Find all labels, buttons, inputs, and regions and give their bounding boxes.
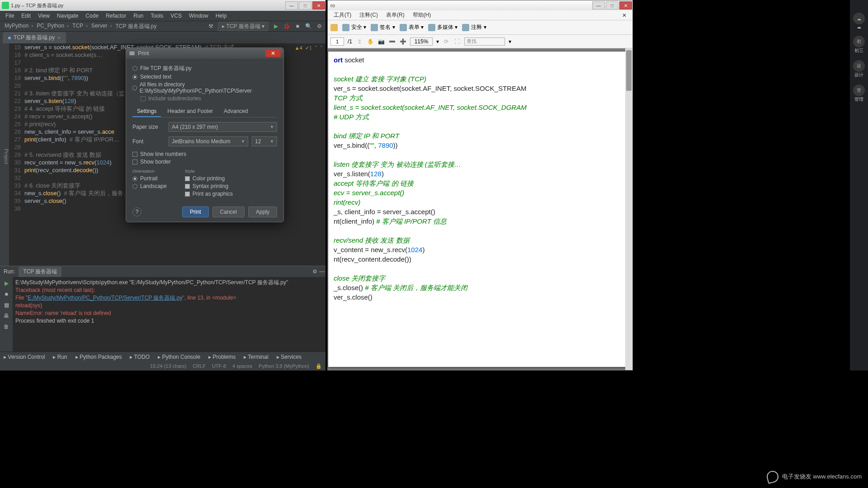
pdf-text-line[interactable]: ort socket bbox=[334, 55, 624, 65]
toolwindow-todo[interactable]: ▸ TODO bbox=[130, 354, 150, 360]
hide-icon[interactable]: — bbox=[318, 268, 326, 275]
breadcrumb-item[interactable]: PC_Python bbox=[35, 23, 71, 30]
console-output[interactable]: E:\MyStudy\MyPython\venv\Scripts\python.… bbox=[13, 277, 326, 352]
snapshot-icon[interactable]: 📷 bbox=[377, 38, 385, 45]
pdf-text-line[interactable] bbox=[334, 226, 624, 235]
cancel-button[interactable]: Cancel bbox=[212, 206, 245, 217]
zoom-in-icon[interactable]: ➕ bbox=[399, 38, 406, 45]
file-encoding[interactable]: UTF-8 bbox=[212, 363, 226, 369]
rerun-icon[interactable]: ▶ bbox=[3, 280, 10, 287]
pdf-text-line[interactable]: ver_s.close() bbox=[334, 292, 624, 302]
menu-run[interactable]: Run bbox=[130, 13, 147, 19]
search-input[interactable]: 查找 bbox=[464, 38, 505, 46]
pdf-text-line[interactable] bbox=[334, 65, 624, 74]
syntax-printing-checkbox[interactable]: Syntax printing bbox=[185, 183, 233, 189]
page-number-input[interactable] bbox=[330, 38, 344, 46]
layout-icon[interactable]: ▦ bbox=[3, 301, 10, 309]
maximize-button[interactable]: □ bbox=[299, 1, 311, 9]
pdf-safe-button[interactable]: 安全 ▾ bbox=[342, 23, 366, 31]
print-icon[interactable]: 🖶 bbox=[3, 312, 10, 319]
tab-settings[interactable]: Settings bbox=[132, 106, 161, 117]
pdf-page[interactable]: ort socket socket 建立 套接 字对象 (TCP)ver_s =… bbox=[328, 51, 630, 367]
pdf-text-line[interactable]: bind 绑定 IP 和 PORT bbox=[334, 131, 624, 141]
help-button[interactable]: ? bbox=[132, 207, 142, 216]
caret-position[interactable]: 15:24 (13 chars) bbox=[150, 363, 186, 369]
warning-indicator[interactable]: ▲4 bbox=[295, 44, 302, 52]
ok-indicator[interactable]: ✔1 bbox=[305, 44, 312, 52]
toolwindow-python-console[interactable]: ▸ Python Console bbox=[158, 354, 200, 360]
color-printing-checkbox[interactable]: Color printing bbox=[185, 175, 233, 182]
close-button[interactable]: ✕ bbox=[619, 1, 632, 9]
text-select-icon[interactable]: Ɪ bbox=[356, 38, 363, 45]
scope-selected-radio[interactable]: Selected text bbox=[132, 74, 277, 80]
apply-button[interactable]: Apply bbox=[248, 206, 277, 217]
pdf-text-line[interactable]: ver_s.bind(("", 7890)) bbox=[334, 141, 624, 150]
toolwindow-services[interactable]: ▸ Services bbox=[277, 354, 302, 360]
run-icon[interactable]: ▶ bbox=[272, 23, 279, 30]
pdf-media-button[interactable]: 多媒体 ▾ bbox=[428, 23, 458, 31]
breadcrumb-item[interactable]: TCP bbox=[71, 23, 90, 30]
debug-icon[interactable]: 🐞 bbox=[283, 23, 290, 30]
pdf-text-line[interactable]: close 关闭套接字 bbox=[334, 273, 624, 283]
toolwindow-problems[interactable]: ▸ Problems bbox=[208, 354, 236, 360]
run-config-selector[interactable]: ▸ TCP 服务器端 ▾ bbox=[218, 22, 269, 31]
toolwindow-python-packages[interactable]: ▸ Python Packages bbox=[75, 354, 122, 360]
hand-icon[interactable]: ✋ bbox=[367, 38, 374, 45]
zoom-select[interactable]: 115% bbox=[410, 38, 433, 46]
pdf-text-line[interactable]: TCP 方式 bbox=[334, 93, 624, 103]
menu-close-icon[interactable]: ✕ bbox=[618, 12, 631, 19]
pdf-text-line[interactable]: nt(recv_content.decode()) bbox=[334, 254, 624, 264]
menu-navigate[interactable]: Navigate bbox=[53, 13, 82, 19]
sidebar-chusan-icon[interactable]: 初 bbox=[853, 36, 865, 47]
close-tab-icon[interactable]: × bbox=[57, 35, 61, 41]
chevron-down-icon[interactable]: ˅ bbox=[320, 44, 323, 52]
menu-window[interactable]: Window bbox=[185, 13, 212, 19]
show-border-checkbox[interactable]: Show border bbox=[132, 159, 277, 165]
project-toolwindow-stripe[interactable]: Project bbox=[0, 43, 9, 266]
paper-size-select[interactable]: A4 (210 x 297 mm)▼ bbox=[169, 122, 277, 132]
stop-icon[interactable]: ■ bbox=[3, 291, 10, 298]
pdf-text-line[interactable]: v_content = new_s.recv(1024) bbox=[334, 245, 624, 254]
scope-file-radio[interactable]: File TCP 服务器端.py bbox=[132, 65, 277, 72]
toolwindow-run[interactable]: ▸ Run bbox=[53, 354, 67, 360]
minimize-button[interactable]: — bbox=[592, 1, 605, 9]
pdf-menu-item[interactable]: 工具(T) bbox=[330, 11, 355, 19]
scrollbar-thumb[interactable] bbox=[626, 50, 632, 91]
interpreter-info[interactable]: Python 3.8 (MyPython) bbox=[259, 363, 309, 369]
menu-vcs[interactable]: VCS bbox=[167, 13, 185, 19]
build-icon[interactable]: ⚒ bbox=[207, 23, 214, 30]
pdf-text-line[interactable]: listen 使套接字 变为 被动连接 (监听套接… bbox=[334, 160, 624, 169]
line-separator[interactable]: CRLF bbox=[193, 363, 206, 369]
breadcrumb-item[interactable]: Server bbox=[90, 23, 113, 30]
pdf-text-line[interactable] bbox=[334, 264, 624, 273]
sidebar-design-icon[interactable]: 设 bbox=[853, 60, 865, 72]
search-icon[interactable]: 🔍 bbox=[305, 23, 312, 30]
pdf-menu-item[interactable]: 表单(R) bbox=[382, 11, 409, 19]
maximize-button[interactable]: □ bbox=[606, 1, 618, 9]
orientation-portrait-radio[interactable]: Portrait bbox=[132, 175, 167, 182]
font-size-select[interactable]: 12▼ bbox=[252, 136, 277, 146]
pdf-note-button[interactable]: 注释 ▾ bbox=[462, 23, 486, 31]
pdf-text-line[interactable] bbox=[334, 150, 624, 160]
print-as-graphics-checkbox[interactable]: Print as graphics bbox=[185, 191, 233, 197]
menu-code[interactable]: Code bbox=[82, 13, 102, 19]
pdf-text-line[interactable]: _s.close() # 客户端 关闭后，服务端才能关闭 bbox=[334, 283, 624, 292]
pdf-text-line[interactable]: recv/send 接收 发送 数据 bbox=[334, 235, 624, 245]
tab-header-footer[interactable]: Header and Footer bbox=[163, 106, 217, 117]
run-tab[interactable]: TCP 服务器端 bbox=[19, 267, 61, 277]
zoom-out-icon[interactable]: ➖ bbox=[388, 38, 396, 45]
menu-tools[interactable]: Tools bbox=[147, 13, 167, 19]
scrollbar[interactable] bbox=[625, 48, 632, 370]
pdf-text-line[interactable]: lient_s = socket.socket(socket.AF_INET, … bbox=[334, 103, 624, 112]
indent-info[interactable]: 4 spaces bbox=[232, 363, 252, 369]
pdf-form-button[interactable]: 表单 ▾ bbox=[400, 23, 424, 31]
sidebar-manage-icon[interactable]: 管 bbox=[853, 84, 865, 96]
stop-icon[interactable]: ■ bbox=[294, 23, 301, 30]
pdf-titlebar[interactable]: ro — □ ✕ bbox=[328, 0, 632, 10]
pdf-text-line[interactable]: # UDP 方式 bbox=[334, 112, 624, 122]
pdf-menu-item[interactable]: 注释(C) bbox=[355, 11, 382, 19]
pdf-text-line[interactable]: nt(client_info) # 客户端 IP/PORT 信息 bbox=[334, 216, 624, 226]
pdf-text-line[interactable]: ecv = server_s.accept() bbox=[334, 188, 624, 197]
font-select[interactable]: JetBrains Mono Medium▼ bbox=[169, 136, 248, 146]
menu-view[interactable]: View bbox=[34, 13, 53, 19]
